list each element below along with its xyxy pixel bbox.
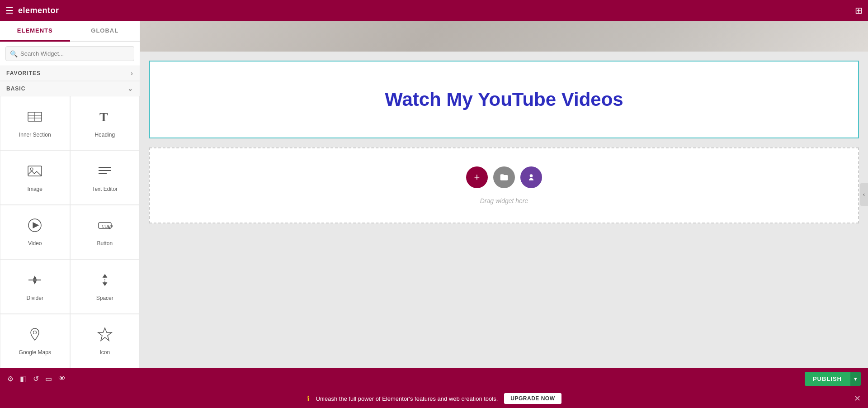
svg-point-21 [33,331,37,334]
section-heading-text: Watch My YouTube Videos [385,89,623,110]
search-input[interactable] [5,46,134,61]
widget-label-heading: Heading [94,132,115,138]
grid-icon[interactable]: ⊞ [855,5,863,16]
icon-widget-icon [97,326,113,346]
svg-marker-22 [98,328,112,341]
widget-label-divider: Divider [27,295,43,301]
google-maps-icon [27,326,43,346]
template-library-button[interactable] [520,166,542,188]
collapse-arrow-icon: ‹ [863,191,865,198]
widget-video[interactable]: Video [0,205,70,259]
bottom-bar: ⚙ ◧ ↺ ▭ 👁 PUBLISH ▾ [0,368,868,389]
sidebar-collapse-handle[interactable]: ‹ [860,183,868,206]
folder-template-button[interactable] [493,166,515,188]
svg-marker-16 [33,276,36,279]
upgrade-now-button[interactable]: UPGRADE NOW [504,393,561,404]
canvas-hero-image [140,21,868,52]
svg-marker-20 [103,283,107,285]
widget-label-text-editor: Text Editor [92,186,118,192]
svg-marker-19 [103,275,107,277]
heading-icon: T [97,109,113,128]
hero-image-bg [140,21,868,52]
close-notification-icon[interactable]: ✕ [854,394,861,403]
widget-image[interactable]: Image [0,150,70,204]
main-layout: ELEMENTS GLOBAL 🔍 FAVORITES › BASIC ⌄ [0,21,868,368]
top-bar: ☰ elementor ⊞ [0,0,868,21]
favorites-label: FAVORITES [6,70,41,76]
responsive-icon[interactable]: ▭ [45,375,52,383]
notif-message: Unleash the full power of Elementor's fe… [316,395,498,402]
add-section-button[interactable]: + [466,166,488,188]
layers-icon[interactable]: ◧ [20,375,27,383]
drop-zone-label: Drag widget here [480,197,528,204]
svg-text:CLICK: CLICK [102,224,113,228]
widget-spacer[interactable]: Spacer [70,259,140,313]
bottom-bar-left-icons: ⚙ ◧ ↺ ▭ 👁 [7,375,66,383]
publish-button[interactable]: PUBLISH [805,372,850,386]
spacer-icon [97,272,113,291]
publish-dropdown-button[interactable]: ▾ [850,372,861,386]
svg-marker-11 [33,223,38,228]
sidebar-search-area: 🔍 [0,42,140,66]
widget-label-image: Image [28,186,42,192]
chevron-down-icon: ⌄ [127,85,133,92]
notif-info-icon: ℹ [307,394,310,403]
elementor-logo: elementor [18,6,59,15]
widget-google-maps[interactable]: Google Maps [0,314,70,368]
divider-icon [27,272,43,291]
widget-label-google-maps: Google Maps [19,349,51,356]
notification-bar: ℹ Unleash the full power of Elementor's … [0,389,868,408]
video-icon [27,217,43,237]
eye-icon[interactable]: 👁 [58,375,66,383]
sidebar-tabs: ELEMENTS GLOBAL [0,21,140,42]
drop-zone[interactable]: + Drag widget he [149,147,859,223]
basic-section-header[interactable]: BASIC ⌄ [0,81,140,96]
tab-elements[interactable]: ELEMENTS [0,21,70,42]
widget-label-button: Button [97,240,113,247]
inner-section-icon [27,109,43,128]
canvas-content: Watch My YouTube Videos + [140,52,868,242]
chevron-right-icon: › [131,70,133,77]
svg-point-6 [30,168,33,171]
widget-label-video: Video [28,240,42,247]
widget-label-spacer: Spacer [96,295,113,301]
canvas: Watch My YouTube Videos + [140,21,868,368]
image-icon [27,163,43,182]
widget-label-icon: Icon [99,349,110,356]
history-icon[interactable]: ↺ [33,375,39,383]
widget-divider[interactable]: Divider [0,259,70,313]
widget-label-inner-section: Inner Section [19,132,51,138]
basic-label: BASIC [6,85,25,92]
publish-group: PUBLISH ▾ [805,372,861,386]
favorites-section-header[interactable]: FAVORITES › [0,66,140,81]
widget-text-editor[interactable]: Text Editor [70,150,140,204]
drop-zone-actions: + [466,166,542,188]
canvas-wrap: Watch My YouTube Videos + [140,21,868,368]
widget-icon[interactable]: Icon [70,314,140,368]
text-editor-icon [97,163,113,182]
widget-heading[interactable]: T Heading [70,96,140,150]
svg-point-23 [530,174,533,177]
sidebar: ELEMENTS GLOBAL 🔍 FAVORITES › BASIC ⌄ [0,21,140,368]
section-heading-container[interactable]: Watch My YouTube Videos [149,61,859,138]
settings-icon[interactable]: ⚙ [7,375,14,383]
tab-global[interactable]: GLOBAL [70,21,140,41]
svg-marker-17 [33,281,36,284]
widget-button[interactable]: CLICK Button [70,205,140,259]
svg-text:T: T [99,110,108,124]
button-icon: CLICK [97,217,113,237]
hamburger-icon[interactable]: ☰ [5,5,14,16]
widget-grid: Inner Section T Heading [0,96,140,368]
widget-inner-section[interactable]: Inner Section [0,96,70,150]
